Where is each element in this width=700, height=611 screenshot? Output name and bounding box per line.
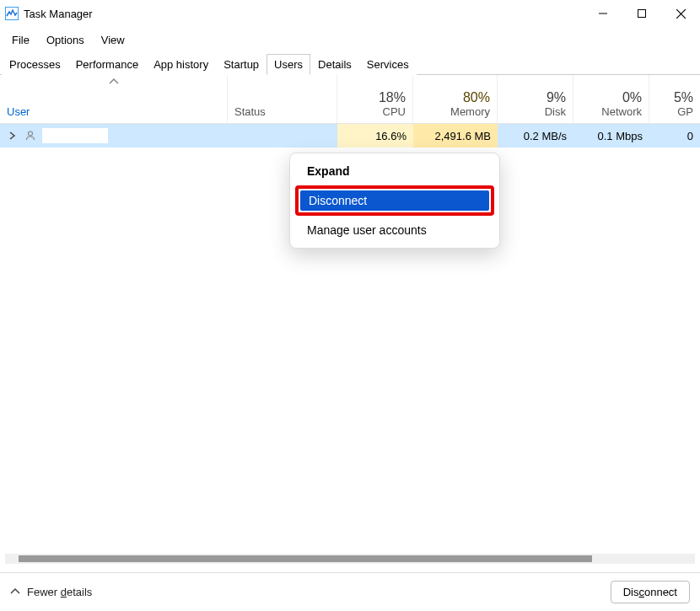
app-icon bbox=[5, 7, 19, 20]
user-row[interactable]: 16.6% 2,491.6 MB 0.2 MB/s 0.1 Mbps 0 bbox=[0, 124, 700, 147]
tab-details[interactable]: Details bbox=[310, 54, 359, 75]
cell-memory: 2,491.6 MB bbox=[413, 124, 498, 147]
task-manager-window: Task Manager File Options View Processes… bbox=[0, 0, 700, 611]
tab-users[interactable]: Users bbox=[267, 54, 310, 75]
titlebar: Task Manager bbox=[0, 0, 700, 27]
header-memory-pct: 80% bbox=[463, 90, 490, 105]
menu-file[interactable]: File bbox=[5, 30, 36, 50]
header-user[interactable]: User bbox=[0, 75, 228, 123]
svg-rect-2 bbox=[638, 10, 646, 18]
menu-view[interactable]: View bbox=[94, 30, 132, 50]
header-cpu-label: CPU bbox=[383, 105, 406, 118]
header-user-label: User bbox=[7, 105, 220, 118]
ctx-disconnect[interactable]: Disconnect bbox=[300, 190, 489, 211]
svg-point-5 bbox=[29, 131, 33, 136]
window-title: Task Manager bbox=[24, 8, 584, 20]
horizontal-scrollbar[interactable] bbox=[5, 554, 695, 564]
chevron-up-icon bbox=[10, 586, 20, 598]
header-gpu-pct: 5% bbox=[674, 90, 693, 105]
header-network-label: Network bbox=[601, 105, 642, 118]
minimize-button[interactable] bbox=[584, 0, 622, 27]
context-menu: Expand Disconnect Manage user accounts bbox=[289, 153, 500, 249]
user-icon bbox=[24, 129, 37, 142]
tab-services[interactable]: Services bbox=[359, 54, 417, 75]
fewer-details-label: Fewer details bbox=[27, 586, 92, 598]
expand-toggle-icon[interactable] bbox=[7, 130, 19, 142]
tabs: Processes Performance App history Startu… bbox=[0, 53, 700, 75]
disconnect-button[interactable]: Disconnect bbox=[611, 581, 690, 603]
maximize-button[interactable] bbox=[622, 0, 661, 27]
header-disk-label: Disk bbox=[545, 105, 566, 118]
header-status[interactable]: Status bbox=[228, 75, 337, 123]
fewer-details-button[interactable]: Fewer details bbox=[10, 586, 92, 598]
close-button[interactable] bbox=[661, 0, 700, 27]
tab-app-history[interactable]: App history bbox=[146, 54, 216, 75]
cell-status bbox=[228, 124, 337, 147]
header-cpu-pct: 18% bbox=[379, 90, 406, 105]
cell-user bbox=[0, 124, 228, 147]
ctx-expand[interactable]: Expand bbox=[295, 158, 494, 184]
window-buttons bbox=[584, 0, 700, 27]
header-gpu[interactable]: 5% GP bbox=[649, 75, 700, 123]
tab-performance[interactable]: Performance bbox=[68, 54, 146, 75]
footer: Fewer details Disconnect bbox=[0, 572, 700, 611]
tab-processes[interactable]: Processes bbox=[2, 54, 68, 75]
header-gpu-label: GP bbox=[677, 105, 693, 118]
header-memory-label: Memory bbox=[450, 105, 490, 118]
scrollbar-thumb[interactable] bbox=[19, 555, 592, 562]
ctx-disconnect-highlight: Disconnect bbox=[295, 185, 494, 216]
cell-cpu: 16.6% bbox=[337, 124, 413, 147]
cell-gpu: 0 bbox=[649, 124, 700, 147]
header-status-label: Status bbox=[234, 105, 330, 118]
user-name bbox=[42, 128, 108, 143]
cell-disk: 0.2 MB/s bbox=[498, 124, 573, 147]
sort-indicator-icon bbox=[109, 77, 119, 87]
menubar: File Options View bbox=[0, 27, 700, 53]
header-disk-pct: 9% bbox=[547, 90, 566, 105]
header-disk[interactable]: 9% Disk bbox=[498, 75, 573, 123]
tab-startup[interactable]: Startup bbox=[216, 54, 267, 75]
header-network-pct: 0% bbox=[622, 90, 642, 105]
ctx-manage-accounts[interactable]: Manage user accounts bbox=[295, 217, 494, 243]
header-cpu[interactable]: 18% CPU bbox=[337, 75, 413, 123]
cell-network: 0.1 Mbps bbox=[573, 124, 649, 147]
column-headers: User Status 18% CPU 80% Memory 9% Disk 0… bbox=[0, 75, 700, 124]
header-network[interactable]: 0% Network bbox=[573, 75, 649, 123]
menu-options[interactable]: Options bbox=[40, 30, 91, 50]
header-memory[interactable]: 80% Memory bbox=[413, 75, 498, 123]
